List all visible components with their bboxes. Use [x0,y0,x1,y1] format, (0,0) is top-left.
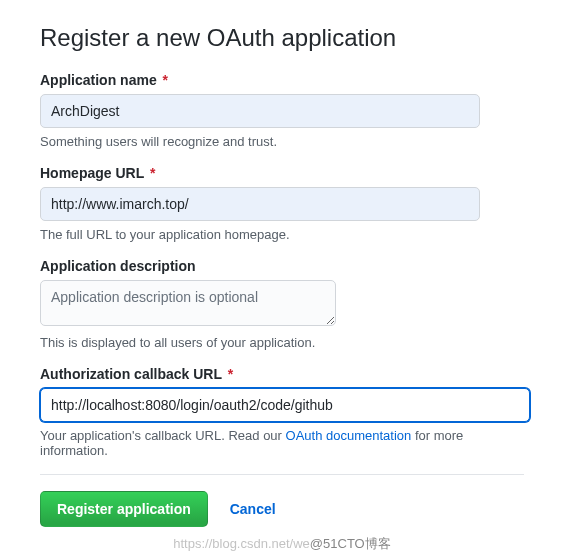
description-textarea[interactable] [40,280,336,326]
watermark-handle: @51CTO博客 [310,536,391,551]
homepage-label: Homepage URL * [40,165,524,181]
oauth-doc-link[interactable]: OAuth documentation [286,428,412,443]
homepage-input[interactable] [40,187,480,221]
callback-label-text: Authorization callback URL [40,366,222,382]
callback-input[interactable] [40,388,530,422]
divider [40,474,524,475]
callback-help: Your application's callback URL. Read ou… [40,428,524,458]
cancel-link[interactable]: Cancel [230,501,276,517]
register-button[interactable]: Register application [40,491,208,527]
description-group: Application description This is displaye… [40,258,524,350]
app-name-help: Something users will recognize and trust… [40,134,524,149]
homepage-help: The full URL to your application homepag… [40,227,524,242]
app-name-label-text: Application name [40,72,157,88]
watermark-faint: https://blog.csdn.net/we [173,536,310,551]
watermark: https://blog.csdn.net/we@51CTO博客 [0,535,564,553]
description-help: This is displayed to all users of your a… [40,335,524,350]
description-label: Application description [40,258,524,274]
callback-help-prefix: Your application's callback URL. Read ou… [40,428,286,443]
required-asterisk: * [150,165,155,181]
required-asterisk: * [228,366,233,382]
callback-label: Authorization callback URL * [40,366,524,382]
homepage-label-text: Homepage URL [40,165,144,181]
homepage-group: Homepage URL * The full URL to your appl… [40,165,524,242]
app-name-input[interactable] [40,94,480,128]
app-name-label: Application name * [40,72,524,88]
app-name-group: Application name * Something users will … [40,72,524,149]
page-title: Register a new OAuth application [40,24,524,52]
required-asterisk: * [163,72,168,88]
callback-group: Authorization callback URL * Your applic… [40,366,524,458]
